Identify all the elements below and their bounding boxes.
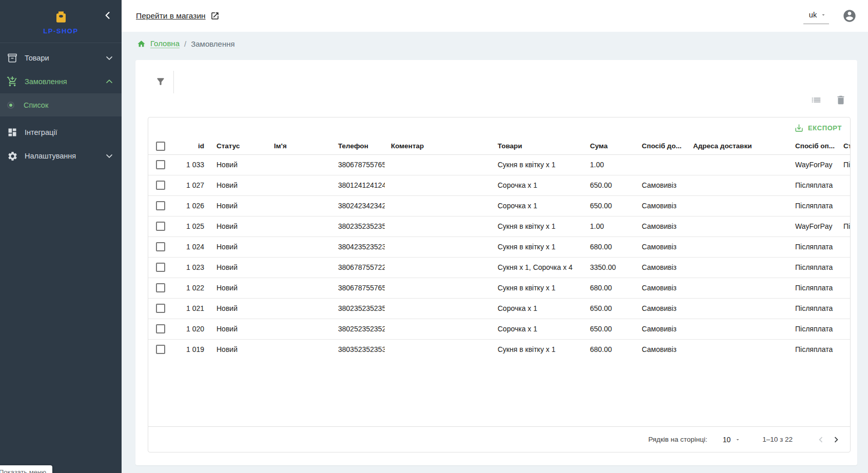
header-payment-method[interactable]: Спосіб оп... (789, 138, 837, 154)
header-status[interactable]: Статус (210, 138, 268, 154)
cell-goods: Сорочка x 1 (491, 175, 584, 195)
cell-payment-method: Післяплата (789, 195, 837, 216)
sidebar-menu: Товари Замовлення Список (0, 43, 122, 168)
cell-delivery-method: Самовивіз (636, 216, 687, 236)
sidebar-item-products[interactable]: Товари (0, 46, 122, 70)
cell-delivery-address (687, 298, 789, 319)
cell-delivery-method: Самовивіз (636, 257, 687, 278)
cell-delivery-method: Самовивіз (636, 339, 687, 360)
external-link-icon (210, 11, 220, 21)
cell-payment-status (837, 339, 850, 360)
filter-funnel-icon (155, 76, 166, 87)
row-checkbox[interactable] (156, 324, 165, 333)
row-checkbox[interactable] (156, 201, 165, 210)
cell-goods: Сукня x 1, Сорочка x 4 (491, 257, 584, 278)
cell-sum: 650.00 (584, 298, 636, 319)
table-row[interactable]: 1 019 Новий 380352352353 Сукня в квітку … (148, 339, 850, 360)
filter-button[interactable] (154, 75, 167, 88)
row-checkbox[interactable] (156, 263, 165, 272)
row-checkbox[interactable] (156, 304, 165, 313)
pagination: Рядків на сторінці: 10 1–10 з 22 (148, 426, 850, 452)
header-delivery-method[interactable]: Спосіб до... (636, 138, 687, 154)
pagination-range: 1–10 з 22 (762, 436, 793, 443)
breadcrumb-home-link[interactable]: Головна (150, 39, 180, 48)
table-toolbar: ЕКСПОРТ (148, 117, 850, 138)
header-comment[interactable]: Коментар (385, 138, 491, 154)
store-link[interactable]: Перейти в магазин (136, 11, 220, 21)
cell-payment-method: Післяплата (789, 175, 837, 195)
table-row[interactable]: 1 027 Новий 380124124124 Сорочка x 1 650… (148, 175, 850, 195)
collapse-sidebar-button[interactable] (100, 8, 115, 23)
table-row[interactable]: 1 033 Новий 380678755765 Сукня в квітку … (148, 154, 850, 175)
cell-delivery-method: Самовивіз (636, 319, 687, 339)
row-checkbox[interactable] (156, 181, 165, 190)
delete-button[interactable] (835, 94, 846, 106)
header-goods[interactable]: Товари (491, 138, 584, 154)
list-view-button[interactable] (811, 94, 822, 106)
cell-name (268, 339, 332, 360)
show-menu-tooltip: Показать меню (0, 465, 52, 473)
cell-name (268, 195, 332, 216)
table-row[interactable]: 1 021 Новий 380235235235 Сорочка x 1 650… (148, 298, 850, 319)
cell-comment (385, 339, 491, 360)
cell-id: 1 022 (173, 278, 210, 298)
sidebar-item-settings[interactable]: Налаштування (0, 144, 122, 168)
avatar[interactable] (842, 9, 857, 23)
store-link-label: Перейти в магазин (136, 11, 206, 21)
cell-status: Новий (210, 257, 268, 278)
chevron-up-icon (104, 76, 114, 87)
row-checkbox[interactable] (156, 242, 165, 251)
cell-delivery-address (687, 216, 789, 236)
sidebar-item-label: Товари (25, 54, 104, 62)
cell-comment (385, 236, 491, 257)
rows-per-page-label: Рядків на сторінці: (648, 436, 707, 443)
sidebar-item-orders-list[interactable]: Список (0, 93, 122, 116)
cell-payment-method: Післяплата (789, 236, 837, 257)
list-icon (811, 94, 822, 106)
table-row[interactable]: 1 026 Новий 380242342342 Сорочка x 1 650… (148, 195, 850, 216)
cell-comment (385, 154, 491, 175)
next-page-button[interactable] (828, 432, 844, 447)
row-checkbox[interactable] (156, 160, 165, 169)
row-checkbox[interactable] (156, 222, 165, 231)
cell-delivery-address (687, 195, 789, 216)
row-checkbox[interactable] (156, 283, 165, 292)
select-all-checkbox[interactable] (156, 142, 165, 151)
cell-status: Новий (210, 339, 268, 360)
cell-goods: Сорочка x 1 (491, 195, 584, 216)
topbar-right: uk (803, 8, 857, 24)
row-checkbox[interactable] (156, 345, 165, 354)
header-phone[interactable]: Телефон (332, 138, 385, 154)
sidebar-item-orders[interactable]: Замовлення (0, 70, 122, 93)
breadcrumb-separator: / (184, 40, 186, 48)
cell-delivery-method (636, 154, 687, 175)
table-row[interactable]: 1 022 Новий 380678755765 Сукня в квітку … (148, 278, 850, 298)
cell-name (268, 175, 332, 195)
header-payment-status[interactable]: Ст (837, 138, 850, 154)
export-button[interactable]: ЕКСПОРТ (790, 121, 846, 135)
sidebar-item-integrations[interactable]: Інтеграції (0, 121, 122, 144)
cell-payment-status: Пі (837, 154, 850, 175)
cell-comment (385, 257, 491, 278)
grid-icon (6, 126, 18, 139)
radio-dot-icon (7, 102, 14, 109)
header-delivery-address[interactable]: Адреса доставки (687, 138, 789, 154)
header-id[interactable]: id (173, 138, 210, 154)
table-row[interactable]: 1 023 Новий 380678755722 Сукня x 1, Соро… (148, 257, 850, 278)
header-sum[interactable]: Сума (584, 138, 636, 154)
filter-divider (173, 71, 174, 93)
cell-payment-status (837, 236, 850, 257)
cell-delivery-method: Самовивіз (636, 175, 687, 195)
chevron-left-icon (815, 434, 826, 445)
cell-goods: Сукня в квітку x 1 (491, 278, 584, 298)
language-select[interactable]: uk (803, 8, 829, 24)
cell-delivery-address (687, 257, 789, 278)
table-row[interactable]: 1 025 Новий 380235235235 Сукня в квітку … (148, 216, 850, 236)
rows-per-page-select[interactable]: 10 (723, 436, 741, 444)
cell-goods: Сорочка x 1 (491, 319, 584, 339)
table-row[interactable]: 1 020 Новий 380252352352 Сорочка x 1 650… (148, 319, 850, 339)
header-name[interactable]: Ім'я (268, 138, 332, 154)
table-row[interactable]: 1 024 Новий 380423523523 Сукня в квітку … (148, 236, 850, 257)
cell-delivery-address (687, 278, 789, 298)
cell-phone: 380252352352 (332, 319, 385, 339)
